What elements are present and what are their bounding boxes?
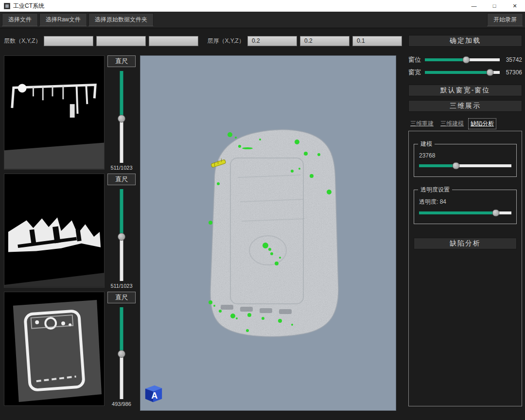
slice-slider-2[interactable] xyxy=(117,189,126,281)
confirm-load-button[interactable]: 确定加载 xyxy=(408,35,522,47)
window-width-row: 窗宽 57306 xyxy=(408,68,522,77)
window-width-label: 窗宽 xyxy=(408,68,422,77)
transparency-group-title: 透明度设置 xyxy=(418,186,452,194)
slider-fill xyxy=(120,307,123,354)
maximize-button[interactable]: □ xyxy=(484,0,505,12)
layers-z-input[interactable] xyxy=(149,36,198,46)
select-raw-button[interactable]: 选择Raw文件 xyxy=(39,13,87,26)
minimize-button[interactable]: — xyxy=(464,0,484,12)
transparency-group: 透明度设置 透明度: 84 xyxy=(414,190,517,224)
3d-render xyxy=(140,56,396,410)
slice-views: 直尺 511/1023 xyxy=(4,55,139,410)
slice-slider-column-2: 直尺 511/1023 xyxy=(105,174,139,292)
window-controls: — □ ✕ xyxy=(464,0,525,12)
modeling-group-title: 建模 xyxy=(418,140,435,148)
thickness-label: 层厚（X,Y,Z） xyxy=(207,37,244,45)
slider-handle[interactable] xyxy=(118,350,125,358)
close-button[interactable]: ✕ xyxy=(505,0,525,12)
modeling-value: 23768 xyxy=(419,152,511,159)
slider-track xyxy=(120,237,123,281)
analysis-tabs: 三维重建 三维建模 缺陷分析 xyxy=(408,119,522,129)
3d-viewport[interactable]: A xyxy=(140,55,396,411)
slider-handle[interactable] xyxy=(118,115,125,122)
slice-row-3: 直尺 493/986 xyxy=(4,292,139,410)
defect-analysis-button[interactable]: 缺陷分析 xyxy=(414,238,517,249)
scanned-object xyxy=(204,124,350,348)
select-file-button[interactable]: 选择文件 xyxy=(2,13,38,26)
window-width-slider[interactable] xyxy=(425,69,500,76)
ct-slice-image-1[interactable] xyxy=(4,55,105,170)
thickness-x-input[interactable] xyxy=(247,36,297,46)
content-area: 层数（X,Y,Z） 层厚（X,Y,Z） 直尺 xyxy=(0,28,525,420)
window-level-value: 35742 xyxy=(503,56,522,63)
window-level-row: 窗位 35742 xyxy=(408,55,522,64)
3d-display-button[interactable]: 三维展示 xyxy=(408,100,522,112)
layers-x-input[interactable] xyxy=(44,36,93,46)
thickness-z-input[interactable] xyxy=(352,36,402,46)
window-title: 工业CT系统 xyxy=(13,2,44,10)
slider-handle[interactable] xyxy=(118,233,125,241)
slider-handle[interactable] xyxy=(462,56,470,64)
slice-position-1: 511/1023 xyxy=(110,165,132,172)
app-icon xyxy=(4,3,10,9)
layers-y-input[interactable] xyxy=(96,36,146,46)
slider-track xyxy=(120,119,123,163)
slider-track xyxy=(120,354,123,399)
transparency-value: 透明度: 84 xyxy=(419,198,511,206)
window-width-value: 57306 xyxy=(503,69,522,76)
title-bar: 工业CT系统 — □ ✕ xyxy=(0,0,525,12)
ct-slice-image-3[interactable] xyxy=(4,292,105,406)
tab-3d-reconstruction[interactable]: 三维重建 xyxy=(408,119,436,129)
transparency-slider[interactable] xyxy=(419,209,511,217)
slider-track xyxy=(466,58,500,61)
slice-slider-column-3: 直尺 493/986 xyxy=(105,292,139,410)
slider-handle[interactable] xyxy=(486,69,493,76)
ruler-button-3[interactable]: 直尺 xyxy=(107,292,136,303)
tab-defect-analysis[interactable]: 缺陷分析 xyxy=(469,119,496,129)
slider-track xyxy=(456,164,511,167)
slice-slider-column-1: 直尺 511/1023 xyxy=(105,55,139,174)
logo-letter: A xyxy=(151,391,158,401)
cube-logo-icon: A xyxy=(143,383,164,403)
layers-label: 层数（X,Y,Z） xyxy=(4,37,41,45)
thickness-y-input[interactable] xyxy=(300,36,350,46)
slice-position-3: 493/986 xyxy=(112,401,131,408)
toolbar: 选择文件 选择Raw文件 选择原始数据文件夹 开始录屏 xyxy=(0,12,525,28)
default-wwwl-button[interactable]: 默认窗宽-窗位 xyxy=(408,85,522,96)
start-recording-button[interactable]: 开始录屏 xyxy=(487,13,523,26)
tab-3d-modeling[interactable]: 三维建模 xyxy=(438,119,466,129)
defect-analysis-tab-panel: 建模 23768 透明度设置 透明度: 84 缺陷分析 xyxy=(408,131,522,406)
select-folder-button[interactable]: 选择原始数据文件夹 xyxy=(88,13,154,26)
slider-handle[interactable] xyxy=(492,210,499,217)
workspace: 直尺 511/1023 xyxy=(0,55,399,420)
slice-row-1: 直尺 511/1023 xyxy=(4,55,139,174)
slice-position-2: 511/1023 xyxy=(110,283,132,290)
slice-slider-1[interactable] xyxy=(117,71,126,163)
software-logo: A xyxy=(143,383,164,403)
modeling-slider[interactable] xyxy=(419,162,511,170)
slider-fill xyxy=(425,58,466,61)
slider-fill xyxy=(419,164,456,167)
ruler-button-2[interactable]: 直尺 xyxy=(107,174,136,185)
modeling-group: 建模 23768 xyxy=(414,144,517,177)
slice-row-2: 直尺 511/1023 xyxy=(4,174,139,292)
window-level-slider[interactable] xyxy=(425,56,500,64)
slider-handle[interactable] xyxy=(453,162,460,170)
right-panel: 确定加载 窗位 35742 窗宽 57306 默认窗宽-窗位 三维展示 三维重建… xyxy=(403,28,525,420)
slider-fill xyxy=(120,189,123,237)
parameter-row: 层数（X,Y,Z） 层厚（X,Y,Z） xyxy=(0,35,398,47)
slice-slider-3[interactable] xyxy=(117,307,126,399)
ct-slice-image-2[interactable] xyxy=(4,174,105,288)
ruler-button-1[interactable]: 直尺 xyxy=(107,55,136,67)
slider-fill xyxy=(120,71,123,119)
slider-fill xyxy=(425,71,490,74)
slider-fill xyxy=(419,211,496,214)
window-level-label: 窗位 xyxy=(408,55,422,64)
